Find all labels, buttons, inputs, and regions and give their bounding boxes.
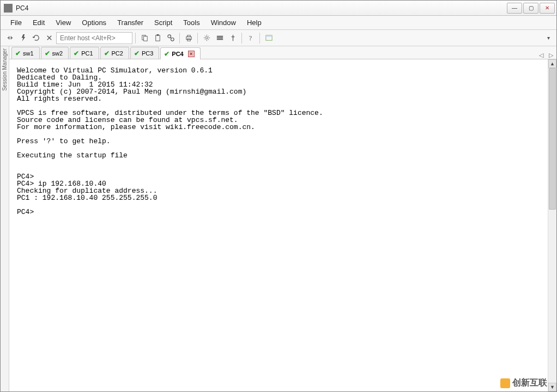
menu-window[interactable]: Window	[205, 16, 241, 29]
check-icon: ✔	[134, 50, 140, 57]
menu-script[interactable]: Script	[149, 16, 178, 29]
session-options-icon[interactable]	[214, 32, 226, 44]
tab-pc3[interactable]: ✔PC3	[130, 47, 159, 59]
menu-transfer[interactable]: Transfer	[112, 16, 149, 29]
connect-icon[interactable]	[4, 32, 16, 44]
svg-rect-1	[143, 36, 147, 41]
menu-tools[interactable]: Tools	[178, 16, 205, 29]
check-icon: ✔	[74, 50, 79, 57]
svg-rect-10	[216, 36, 222, 37]
separator	[197, 33, 198, 44]
separator	[259, 33, 260, 44]
tab-sw1[interactable]: ✔sw1	[11, 47, 40, 59]
tab-label: PC2	[112, 50, 123, 57]
watermark-text: 创新互联	[512, 377, 547, 389]
scrollbar[interactable]: ▲ ▼	[548, 59, 556, 391]
close-button[interactable]: ✕	[540, 3, 555, 14]
menu-help[interactable]: Help	[241, 16, 267, 29]
menu-file[interactable]: File	[5, 16, 27, 29]
svg-rect-2	[155, 35, 160, 41]
svg-rect-7	[187, 35, 190, 37]
tab-label: PC1	[81, 50, 93, 57]
watermark: 创新互联	[500, 377, 547, 389]
check-icon: ✔	[15, 50, 21, 57]
separator	[135, 33, 136, 44]
settings-icon[interactable]	[201, 32, 213, 44]
close-tab-icon[interactable]: ×	[188, 51, 195, 57]
window-title: PC4	[16, 4, 28, 12]
tab-label: PC3	[142, 50, 153, 57]
menu-edit[interactable]: Edit	[27, 16, 50, 29]
svg-rect-15	[265, 35, 271, 37]
minimize-button[interactable]: —	[507, 3, 522, 14]
scroll-thumb[interactable]	[549, 68, 556, 210]
separator	[179, 33, 180, 44]
scroll-down-icon[interactable]: ▼	[548, 383, 556, 391]
check-icon: ✔	[104, 50, 110, 57]
host-input[interactable]	[56, 32, 132, 44]
svg-rect-3	[156, 34, 159, 36]
quick-connect-icon[interactable]	[17, 32, 29, 44]
scroll-up-icon[interactable]: ▲	[548, 59, 556, 68]
watermark-logo-icon	[500, 378, 510, 388]
paste-icon[interactable]	[152, 32, 164, 44]
tab-label: PC4	[172, 51, 183, 57]
tab-pc1[interactable]: ✔PC1	[70, 47, 99, 59]
menubar: File Edit View Options Transfer Script T…	[1, 16, 556, 30]
disconnect-icon[interactable]	[43, 32, 55, 44]
toolbar-overflow-icon[interactable]: ▾	[547, 35, 553, 41]
find-icon[interactable]	[165, 32, 177, 44]
tab-prev-icon[interactable]: ◁	[539, 52, 543, 59]
check-icon: ✔	[164, 50, 169, 58]
reconnect-icon[interactable]	[30, 32, 42, 44]
svg-text:?: ?	[249, 34, 251, 42]
help-icon[interactable]: ?	[245, 32, 257, 44]
svg-rect-12	[216, 39, 222, 40]
menu-options[interactable]: Options	[76, 16, 112, 29]
tab-pc2[interactable]: ✔PC2	[100, 47, 129, 59]
titlebar: PC4 — ▢ ✕	[1, 1, 556, 16]
separator	[241, 33, 242, 44]
pin-icon[interactable]	[227, 32, 239, 44]
session-manager-sidebar[interactable]: Session Manager	[1, 46, 9, 391]
tab-next-icon[interactable]: ▷	[549, 52, 553, 59]
menu-view[interactable]: View	[50, 16, 76, 29]
tab-pc4[interactable]: ✔PC4×	[160, 47, 200, 59]
tab-sw2[interactable]: ✔sw2	[41, 47, 69, 59]
scroll-track[interactable]	[548, 68, 556, 383]
view-icon[interactable]	[263, 32, 275, 44]
svg-rect-11	[216, 38, 222, 39]
toolbar: ? ▾	[1, 30, 556, 46]
print-icon[interactable]	[183, 32, 195, 44]
copy-icon[interactable]	[138, 32, 150, 44]
svg-point-9	[205, 36, 208, 39]
maximize-button[interactable]: ▢	[523, 3, 538, 14]
tabstrip: ✔sw1 ✔sw2 ✔PC1 ✔PC2 ✔PC3 ✔PC4× ◁ ▷	[9, 46, 556, 59]
app-icon	[4, 4, 13, 13]
tab-label: sw1	[23, 50, 34, 57]
terminal-output[interactable]: Welcome to Virtual PC Simulator, version…	[9, 59, 548, 391]
session-manager-label: Session Manager	[1, 48, 9, 91]
tab-label: sw2	[52, 50, 63, 57]
check-icon: ✔	[45, 50, 50, 57]
